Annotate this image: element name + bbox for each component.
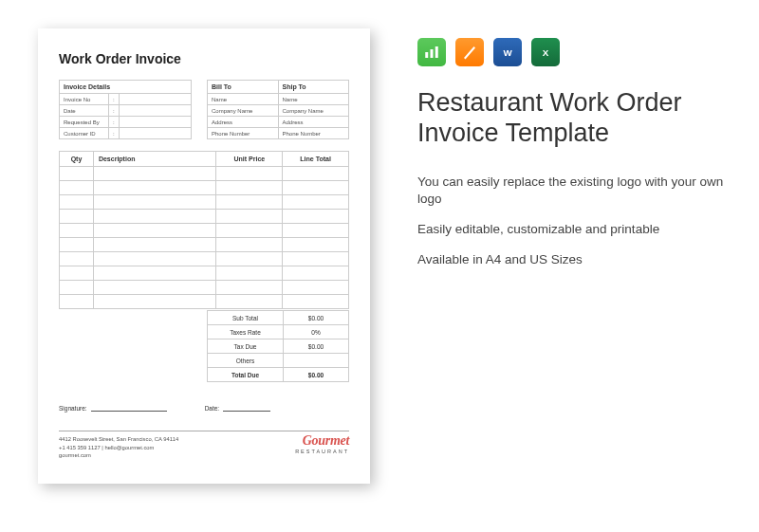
table-row: Tax Due$0.00 [208,339,349,354]
brand-logo: Gourmet RESTAURANT [295,433,349,454]
table-row [60,266,349,281]
preview-panel: Work Order Invoice Invoice Details Invoi… [0,0,389,532]
signature-field: Signature: [59,405,167,412]
table-row [60,281,349,295]
table-row: Customer ID: [60,128,192,139]
footer-info: 4412 Roosevelt Street, San Francisco, CA… [59,435,178,460]
col-unit-price: Unit Price [216,152,283,167]
numbers-icon[interactable] [417,38,446,66]
top-tables: Invoice Details Invoice No: Date: Reques… [59,80,349,139]
word-icon[interactable]: W [493,38,522,66]
svg-text:W: W [503,47,512,58]
col-qty: Qty [60,152,94,167]
table-row [60,295,349,309]
footer-rule [59,431,349,431]
table-row: Taxes Rate0% [208,325,349,339]
table-row [60,167,349,181]
pages-icon[interactable] [455,38,484,66]
table-row: NameName [208,94,349,105]
feature-item: Available in A4 and US Sizes [417,251,731,268]
info-panel: W X Restaurant Work Order Invoice Templa… [389,0,759,532]
line-items-table: Qty Description Unit Price Line Total [59,151,349,309]
feature-item: You can easily replace the existing logo… [417,174,731,208]
footer: 4412 Roosevelt Street, San Francisco, CA… [59,431,349,460]
feature-list: You can easily replace the existing logo… [417,174,731,269]
table-row [60,252,349,266]
table-row [60,181,349,195]
table-row [60,195,349,210]
ship-to-header: Ship To [278,81,349,94]
bill-ship-table: Bill To Ship To NameName Company NameCom… [207,80,349,139]
table-row [60,210,349,224]
format-icons: W X [417,38,731,66]
page-heading: Restaurant Work Order Invoice Template [417,87,731,149]
table-row: Company NameCompany Name [208,105,349,117]
col-line-total: Line Total [283,152,349,167]
doc-title: Work Order Invoice [59,51,349,66]
table-row: Sub Total$0.00 [208,311,349,325]
bill-to-header: Bill To [208,81,279,94]
table-row [60,238,349,252]
table-row: Total Due$0.00 [208,368,349,382]
date-field: Date: [205,405,271,412]
table-row: Date: [60,105,192,117]
svg-rect-0 [425,52,428,58]
svg-rect-1 [431,49,434,58]
table-row: Phone NumberPhone Number [208,128,349,139]
table-row: Invoice No: [60,94,192,105]
col-desc: Description [93,152,216,167]
table-row: Requested By: [60,117,192,128]
invoice-details-header: Invoice Details [60,81,192,94]
document-preview: Work Order Invoice Invoice Details Invoi… [38,28,370,484]
totals-table: Sub Total$0.00 Taxes Rate0% Tax Due$0.00… [207,310,349,382]
table-row: Others [208,354,349,368]
svg-text:X: X [543,47,549,58]
invoice-details-table: Invoice Details Invoice No: Date: Reques… [59,80,192,139]
svg-rect-2 [435,46,438,58]
signature-row: Signature: Date: [59,405,349,412]
excel-icon[interactable]: X [531,38,560,66]
table-row: AddressAddress [208,117,349,128]
feature-item: Easily editable, customizable and printa… [417,221,731,238]
table-row [60,224,349,238]
